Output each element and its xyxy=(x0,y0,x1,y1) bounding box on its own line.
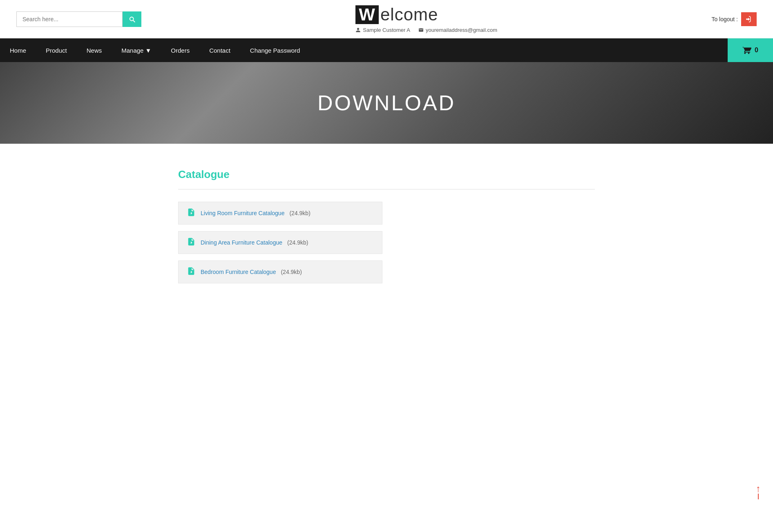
nav-item-change-password[interactable]: Change Password xyxy=(240,40,310,61)
user-name: Sample Customer A xyxy=(363,27,410,33)
logout-button[interactable] xyxy=(741,12,757,26)
user-name-area: Sample Customer A xyxy=(355,27,410,33)
download-item-2: Dining Area Furniture Catalogue (24.9kb) xyxy=(178,231,382,254)
nav-item-home[interactable]: Home xyxy=(0,40,36,61)
file-size-2: (24.9kb) xyxy=(287,239,308,246)
user-email-area: youremailaddress@gmail.com xyxy=(418,27,497,33)
header: Welcome Sample Customer A youremailaddre… xyxy=(0,0,773,38)
cart-button[interactable]: 0 xyxy=(728,38,773,62)
brand-subtitle: Sample Customer A youremailaddress@gmail… xyxy=(355,27,497,33)
user-icon xyxy=(355,27,361,33)
nav-item-contact[interactable]: Contact xyxy=(199,40,240,61)
download-link-1[interactable]: Living Room Furniture Catalogue xyxy=(201,210,284,216)
logout-area: To logout : xyxy=(711,12,757,26)
file-size-3: (24.9kb) xyxy=(281,269,302,275)
cart-count: 0 xyxy=(755,47,758,54)
dropdown-arrow-icon: ▼ xyxy=(145,47,151,54)
pdf-icon-1 xyxy=(187,208,196,218)
search-area xyxy=(16,11,141,27)
user-email: youremailaddress@gmail.com xyxy=(426,27,497,33)
pdf-file-icon xyxy=(187,208,196,217)
hero-section: DOWNLOAD xyxy=(0,62,773,144)
catalogue-heading: Catalogue xyxy=(178,168,595,181)
nav-item-manage[interactable]: Manage ▼ xyxy=(112,40,161,61)
search-input[interactable] xyxy=(16,11,123,27)
brand-w: W xyxy=(355,5,379,24)
download-item-1: Living Room Furniture Catalogue (24.9kb) xyxy=(178,202,382,225)
pdf-file-icon-2 xyxy=(187,237,196,246)
email-icon xyxy=(418,27,424,33)
pdf-file-icon-3 xyxy=(187,267,196,276)
nav-manage-label: Manage xyxy=(121,47,143,54)
navbar: Home Product News Manage ▼ Orders Contac… xyxy=(0,38,773,62)
main-content: Catalogue Living Room Furniture Catalogu… xyxy=(162,168,611,283)
file-size-1: (24.9kb) xyxy=(289,210,310,216)
pdf-icon-2 xyxy=(187,237,196,248)
brand-rest: elcome xyxy=(380,5,438,24)
hero-title: DOWNLOAD xyxy=(317,91,456,115)
download-link-2[interactable]: Dining Area Furniture Catalogue xyxy=(201,239,282,246)
catalogue-divider xyxy=(178,189,595,189)
search-icon xyxy=(128,16,136,23)
download-link-3[interactable]: Bedroom Furniture Catalogue xyxy=(201,269,276,275)
download-item-3: Bedroom Furniture Catalogue (24.9kb) xyxy=(178,260,382,283)
logout-label: To logout : xyxy=(711,16,738,22)
brand-area: Welcome Sample Customer A youremailaddre… xyxy=(355,5,497,33)
nav-item-product[interactable]: Product xyxy=(36,40,77,61)
nav-links: Home Product News Manage ▼ Orders Contac… xyxy=(0,38,728,62)
nav-item-news[interactable]: News xyxy=(77,40,112,61)
brand-title: Welcome xyxy=(355,5,497,24)
search-button[interactable] xyxy=(123,11,141,27)
cart-icon xyxy=(742,46,751,55)
pdf-icon-3 xyxy=(187,267,196,277)
nav-item-orders[interactable]: Orders xyxy=(161,40,199,61)
logout-icon xyxy=(745,16,753,23)
